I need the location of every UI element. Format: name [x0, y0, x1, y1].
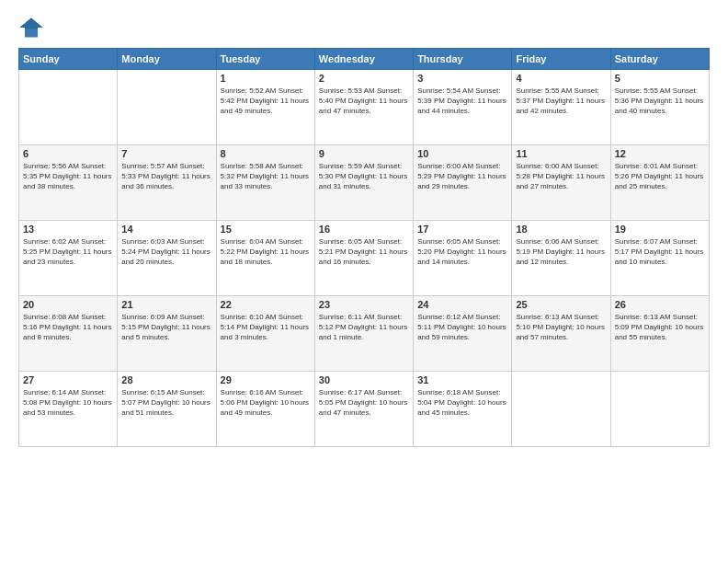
day-number: 24	[417, 299, 507, 310]
day-info: Sunrise: 5:52 AM Sunset: 5:42 PM Dayligh…	[221, 86, 311, 117]
day-cell: 24Sunrise: 6:12 AM Sunset: 5:11 PM Dayli…	[414, 296, 512, 372]
day-number: 17	[417, 224, 507, 235]
day-cell: 12Sunrise: 6:01 AM Sunset: 5:26 PM Dayli…	[610, 145, 709, 221]
day-cell: 22Sunrise: 6:10 AM Sunset: 5:14 PM Dayli…	[216, 296, 314, 372]
day-number: 12	[615, 148, 705, 159]
day-cell: 17Sunrise: 6:05 AM Sunset: 5:20 PM Dayli…	[414, 221, 512, 296]
day-info: Sunrise: 6:13 AM Sunset: 5:09 PM Dayligh…	[615, 312, 705, 343]
day-cell: 14Sunrise: 6:03 AM Sunset: 5:24 PM Dayli…	[118, 221, 216, 296]
day-number: 22	[221, 299, 311, 310]
day-cell: 10Sunrise: 6:00 AM Sunset: 5:29 PM Dayli…	[414, 145, 512, 221]
day-info: Sunrise: 5:54 AM Sunset: 5:39 PM Dayligh…	[417, 86, 507, 117]
day-cell: 30Sunrise: 6:17 AM Sunset: 5:05 PM Dayli…	[314, 372, 413, 447]
svg-marker-1	[19, 18, 42, 29]
week-row-3: 13Sunrise: 6:02 AM Sunset: 5:25 PM Dayli…	[19, 221, 710, 296]
day-number: 14	[121, 224, 211, 235]
day-number: 1	[221, 73, 311, 84]
day-info: Sunrise: 6:15 AM Sunset: 5:07 PM Dayligh…	[121, 387, 211, 419]
day-info: Sunrise: 6:16 AM Sunset: 5:06 PM Dayligh…	[221, 387, 311, 419]
day-number: 31	[417, 374, 507, 385]
day-number: 20	[23, 299, 113, 310]
header-cell-saturday: Saturday	[610, 49, 709, 70]
day-info: Sunrise: 6:13 AM Sunset: 5:10 PM Dayligh…	[516, 312, 606, 343]
day-cell: 3Sunrise: 5:54 AM Sunset: 5:39 PM Daylig…	[414, 70, 512, 145]
day-cell: 31Sunrise: 6:18 AM Sunset: 5:04 PM Dayli…	[414, 372, 512, 447]
day-info: Sunrise: 6:02 AM Sunset: 5:25 PM Dayligh…	[23, 236, 113, 268]
day-cell: 21Sunrise: 6:09 AM Sunset: 5:15 PM Dayli…	[118, 296, 216, 372]
day-info: Sunrise: 5:57 AM Sunset: 5:33 PM Dayligh…	[121, 161, 211, 192]
day-number: 21	[121, 299, 211, 310]
day-number: 15	[221, 224, 311, 235]
day-number: 3	[417, 73, 507, 84]
day-info: Sunrise: 6:18 AM Sunset: 5:04 PM Dayligh…	[417, 387, 507, 419]
day-cell: 25Sunrise: 6:13 AM Sunset: 5:10 PM Dayli…	[512, 296, 610, 372]
day-number: 25	[516, 299, 606, 310]
day-cell: 8Sunrise: 5:58 AM Sunset: 5:32 PM Daylig…	[216, 145, 314, 221]
day-number: 7	[121, 148, 211, 159]
day-number: 2	[319, 73, 409, 84]
day-number: 9	[319, 148, 409, 159]
day-info: Sunrise: 6:03 AM Sunset: 5:24 PM Dayligh…	[121, 236, 211, 268]
week-row-1: 1Sunrise: 5:52 AM Sunset: 5:42 PM Daylig…	[19, 70, 710, 145]
day-number: 29	[221, 374, 311, 385]
day-cell: 7Sunrise: 5:57 AM Sunset: 5:33 PM Daylig…	[118, 145, 216, 221]
day-cell: 2Sunrise: 5:53 AM Sunset: 5:40 PM Daylig…	[314, 70, 413, 145]
day-info: Sunrise: 5:55 AM Sunset: 5:37 PM Dayligh…	[516, 86, 606, 117]
day-number: 6	[23, 148, 113, 159]
day-cell	[118, 70, 216, 145]
day-cell: 27Sunrise: 6:14 AM Sunset: 5:08 PM Dayli…	[19, 372, 118, 447]
day-number: 26	[615, 299, 705, 310]
header-cell-monday: Monday	[118, 49, 216, 70]
header-cell-wednesday: Wednesday	[314, 49, 413, 70]
day-cell: 15Sunrise: 6:04 AM Sunset: 5:22 PM Dayli…	[216, 221, 314, 296]
day-info: Sunrise: 6:09 AM Sunset: 5:15 PM Dayligh…	[121, 312, 211, 343]
day-info: Sunrise: 6:05 AM Sunset: 5:21 PM Dayligh…	[319, 236, 409, 268]
day-number: 18	[516, 224, 606, 235]
header-row: SundayMondayTuesdayWednesdayThursdayFrid…	[19, 49, 710, 70]
day-info: Sunrise: 6:10 AM Sunset: 5:14 PM Dayligh…	[221, 312, 311, 343]
day-number: 4	[516, 73, 606, 84]
day-info: Sunrise: 6:00 AM Sunset: 5:28 PM Dayligh…	[516, 161, 606, 192]
day-info: Sunrise: 5:58 AM Sunset: 5:32 PM Dayligh…	[221, 161, 311, 192]
day-number: 11	[516, 148, 606, 159]
day-number: 13	[23, 224, 113, 235]
day-cell: 28Sunrise: 6:15 AM Sunset: 5:07 PM Dayli…	[118, 372, 216, 447]
day-cell	[610, 372, 709, 447]
day-info: Sunrise: 5:55 AM Sunset: 5:36 PM Dayligh…	[615, 86, 705, 117]
day-info: Sunrise: 5:53 AM Sunset: 5:40 PM Dayligh…	[319, 86, 409, 117]
logo	[18, 15, 48, 40]
day-cell: 6Sunrise: 5:56 AM Sunset: 5:35 PM Daylig…	[19, 145, 118, 221]
day-info: Sunrise: 6:01 AM Sunset: 5:26 PM Dayligh…	[615, 161, 705, 192]
day-cell: 19Sunrise: 6:07 AM Sunset: 5:17 PM Dayli…	[610, 221, 709, 296]
day-info: Sunrise: 6:17 AM Sunset: 5:05 PM Dayligh…	[319, 387, 409, 419]
day-cell: 29Sunrise: 6:16 AM Sunset: 5:06 PM Dayli…	[216, 372, 314, 447]
day-info: Sunrise: 6:00 AM Sunset: 5:29 PM Dayligh…	[417, 161, 507, 192]
header	[18, 15, 710, 40]
day-number: 10	[417, 148, 507, 159]
day-cell	[19, 70, 118, 145]
day-info: Sunrise: 6:12 AM Sunset: 5:11 PM Dayligh…	[417, 312, 507, 343]
header-cell-friday: Friday	[512, 49, 610, 70]
day-cell: 11Sunrise: 6:00 AM Sunset: 5:28 PM Dayli…	[512, 145, 610, 221]
day-number: 5	[615, 73, 705, 84]
day-info: Sunrise: 6:05 AM Sunset: 5:20 PM Dayligh…	[417, 236, 507, 268]
day-cell: 18Sunrise: 6:06 AM Sunset: 5:19 PM Dayli…	[512, 221, 610, 296]
day-cell: 9Sunrise: 5:59 AM Sunset: 5:30 PM Daylig…	[314, 145, 413, 221]
day-cell: 1Sunrise: 5:52 AM Sunset: 5:42 PM Daylig…	[216, 70, 314, 145]
day-cell	[512, 372, 610, 447]
day-number: 16	[319, 224, 409, 235]
week-row-4: 20Sunrise: 6:08 AM Sunset: 5:16 PM Dayli…	[19, 296, 710, 372]
day-info: Sunrise: 5:56 AM Sunset: 5:35 PM Dayligh…	[23, 161, 113, 192]
header-cell-sunday: Sunday	[19, 49, 118, 70]
day-cell: 4Sunrise: 5:55 AM Sunset: 5:37 PM Daylig…	[512, 70, 610, 145]
day-cell: 5Sunrise: 5:55 AM Sunset: 5:36 PM Daylig…	[610, 70, 709, 145]
calendar-table: SundayMondayTuesdayWednesdayThursdayFrid…	[18, 48, 710, 447]
day-number: 27	[23, 374, 113, 385]
day-number: 28	[121, 374, 211, 385]
day-cell: 23Sunrise: 6:11 AM Sunset: 5:12 PM Dayli…	[314, 296, 413, 372]
day-cell: 13Sunrise: 6:02 AM Sunset: 5:25 PM Dayli…	[19, 221, 118, 296]
page: SundayMondayTuesdayWednesdayThursdayFrid…	[0, 0, 728, 563]
day-cell: 26Sunrise: 6:13 AM Sunset: 5:09 PM Dayli…	[610, 296, 709, 372]
day-number: 23	[319, 299, 409, 310]
day-info: Sunrise: 6:07 AM Sunset: 5:17 PM Dayligh…	[615, 236, 705, 268]
